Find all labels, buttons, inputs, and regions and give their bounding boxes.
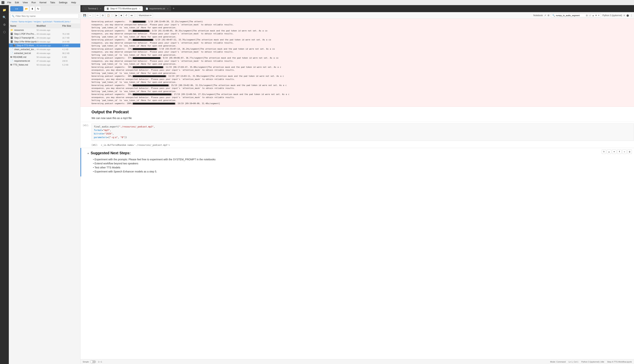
- file-modified: 44 minutes ago: [36, 33, 62, 35]
- open-folder-button[interactable]: 📂: [24, 6, 29, 12]
- file-name: README.md: [13, 56, 26, 58]
- code-cell-45: [45]: final_audio.export("./resources/_p…: [80, 122, 634, 142]
- menu-settings[interactable]: Settings: [57, 1, 69, 4]
- kernel-status-dot: [624, 15, 625, 16]
- menu-file[interactable]: File: [6, 1, 13, 4]
- menu-run[interactable]: Run: [30, 1, 37, 4]
- add-cell-button[interactable]: +: [88, 13, 92, 18]
- cut-button[interactable]: ✂: [95, 13, 100, 18]
- refresh-button[interactable]: ↻: [36, 6, 41, 12]
- menu-view[interactable]: View: [21, 1, 29, 4]
- file-search-input[interactable]: [10, 14, 79, 18]
- find-input[interactable]: [556, 14, 585, 16]
- list-item[interactable]: M TTS_Notes.md 50 minutes ago 5.2 KB: [9, 63, 80, 67]
- output-line: Generating podcast segments: 47%|| 9/19 …: [92, 56, 631, 60]
- file-modified: 34 minutes ago: [36, 37, 62, 39]
- extensions-icon-btn[interactable]: ⚙: [1, 21, 8, 28]
- section-title-output-podcast: Output the Podcast: [80, 107, 634, 116]
- tab-close-icon[interactable]: ✕: [100, 8, 102, 10]
- list-item[interactable]: 📄 requirements.txt 47 minutes ago 230 B: [9, 59, 80, 63]
- copy-button[interactable]: ⧉: [101, 13, 105, 18]
- output-line: Setting `pad_token_id` to `eos_token_id`…: [92, 81, 631, 84]
- output-line: Generating podcast segments: 100%|| 19/1…: [92, 102, 631, 105]
- tab-label: requirements.txt: [149, 7, 165, 10]
- output-line: Setting `pad_token_id` to `eos_token_id`…: [92, 54, 631, 57]
- plus-icon: +: [15, 7, 17, 10]
- restart-run-button[interactable]: ⏭: [129, 13, 134, 18]
- tab-close-icon[interactable]: ✕: [139, 8, 140, 10]
- size-column-header[interactable]: File Size: [62, 24, 79, 27]
- run-button[interactable]: ▶: [114, 13, 119, 18]
- cell-output-progress: Generating podcast segments: 5%|| 1/19 […: [80, 19, 634, 107]
- tab-step4notebook[interactable]: 📓 Step-4-TTS-Workflow.ipynb ✕: [104, 6, 143, 11]
- find-next-icon[interactable]: ▼: [595, 14, 597, 17]
- status-left: Simple 1 ▪ 1: [83, 360, 102, 363]
- settings-icon[interactable]: ⚙: [548, 14, 550, 17]
- list-item[interactable]: 📄 clean_extracted_text.txt 44 minutes ag…: [9, 48, 80, 51]
- file-modified: 46 minutes ago: [36, 52, 62, 54]
- list-item[interactable]: 📓 Step-1 PDF-Pre-Proce... 44 minutes ago…: [9, 32, 80, 36]
- add-tab-button[interactable]: +: [171, 6, 176, 10]
- list-item[interactable]: 📓 Step-2-Transcript-Wri... 34 minutes ag…: [9, 36, 80, 40]
- section-desc-text: We can now save this as a mp3 file: [92, 116, 132, 120]
- list-item[interactable]: 📓 Step-3-Re-Writer.ipynb 29 minutes ago …: [9, 40, 80, 44]
- list-item: Experiment with Speech Enhancer models a…: [93, 170, 623, 174]
- stop-button[interactable]: ■: [120, 13, 124, 18]
- list-item[interactable]: 📁 resources 50 minutes ago: [9, 28, 80, 32]
- notebook-label: Notebook: [533, 14, 543, 17]
- name-column-header[interactable]: Name: [10, 24, 36, 27]
- list-item[interactable]: 📄 extracted_text.txt 46 minutes ago 98.2…: [9, 51, 80, 55]
- cell-download-button[interactable]: ⬇: [617, 150, 622, 154]
- file-size: 5.2 KB: [62, 64, 79, 66]
- code-line: parameters=["-q:a", "0"]): [94, 136, 632, 139]
- stop-icon: ■: [121, 14, 122, 17]
- cell-copy-button[interactable]: ⧉: [602, 150, 606, 154]
- save-button[interactable]: 💾: [82, 13, 88, 18]
- file-name: TTS_Notes.md: [13, 64, 28, 66]
- find-bar: 🔍 ⊟ 1/2 ▲ ▼ ✕: [551, 14, 601, 17]
- output-line: Generating podcast segments: 5%|| 1/19 […: [92, 20, 631, 23]
- cell-delete-button[interactable]: 🗑: [628, 150, 632, 154]
- list-item[interactable]: M README.md 50 minutes ago 6 KB: [9, 55, 80, 59]
- kernel-dot-icon: ⬤: [626, 14, 629, 17]
- find-close-icon[interactable]: ✕: [598, 14, 600, 17]
- cell-move-down-button[interactable]: ▼: [612, 150, 616, 154]
- menu-kernel[interactable]: Kernel: [38, 1, 48, 4]
- file-size: 98.2 KB: [62, 52, 79, 54]
- tab-requirements[interactable]: 📄 requirements.txt ✕: [143, 6, 171, 11]
- debug-icon-btn[interactable]: ⬡: [1, 29, 8, 35]
- modified-column-header[interactable]: Modified: [36, 24, 62, 27]
- mode-toggle-switch[interactable]: [90, 360, 96, 363]
- notebook-icon: 📓: [13, 44, 16, 47]
- output-line: Setting `pad_token_id` to `eos_token_id`…: [92, 26, 631, 30]
- search-icon-btn[interactable]: 🔍: [1, 14, 8, 20]
- content-area: ⬛ Terminal 1 ✕ 📓 Step-4-TTS-Workflow.ipy…: [80, 5, 634, 364]
- menu-dots-icon[interactable]: ⋮: [630, 14, 632, 17]
- cell-type-dropdown[interactable]: Markdown ▾: [138, 13, 153, 18]
- paste-button[interactable]: 📋: [106, 13, 111, 18]
- list-item: Experiment with the prompts: Please feel…: [93, 158, 623, 162]
- collapse-icon[interactable]: ▼: [87, 152, 89, 155]
- folder-icon: 📂: [25, 7, 28, 10]
- new-file-button[interactable]: + +: [10, 6, 23, 12]
- tab-close-icon[interactable]: ✕: [167, 8, 168, 10]
- list-item[interactable]: ✓ 📓 Step-4-TTS-Workflow.... 41 seconds a…: [9, 44, 80, 48]
- cell-format-button[interactable]: ≡: [622, 150, 627, 154]
- tab-terminal1[interactable]: ⬛ Terminal 1 ✕: [82, 6, 104, 11]
- cell-code-body[interactable]: final_audio.export("./resources/_podcast…: [92, 124, 634, 141]
- files-icon-btn[interactable]: 📁: [1, 6, 8, 13]
- suggested-steps-list: Experiment with the prompts: Please feel…: [92, 158, 623, 174]
- file-size: 76.2 KB: [62, 33, 79, 35]
- simple-label: Simple: [83, 361, 89, 363]
- menu-tabs[interactable]: Tabs: [49, 1, 56, 4]
- cut-icon: ✂: [96, 14, 99, 17]
- find-prev-icon[interactable]: ▲: [592, 14, 594, 17]
- menu-help[interactable]: Help: [70, 1, 78, 4]
- restart-button[interactable]: ↺: [124, 13, 128, 18]
- file-name: clean_extracted_text.txt: [14, 48, 36, 51]
- menu-edit[interactable]: Edit: [14, 1, 20, 4]
- output-line: nsequence, you may observe unexpected be…: [92, 23, 631, 26]
- upload-button[interactable]: ⬆: [30, 6, 35, 12]
- cell-move-up-button[interactable]: ▲: [607, 150, 611, 154]
- text-file-icon: 📄: [10, 60, 13, 62]
